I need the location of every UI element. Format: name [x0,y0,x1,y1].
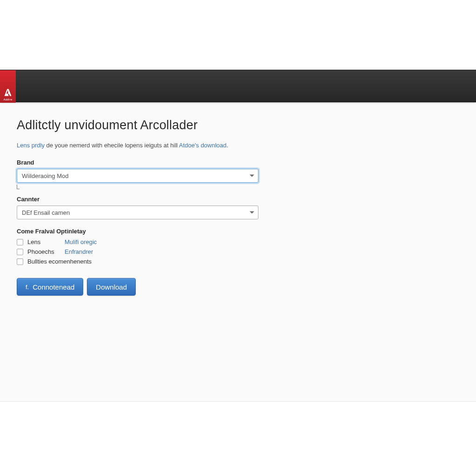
option-link[interactable]: Mulifi oregic [65,238,97,245]
cannter-select[interactable]: DEf Ensail camen [17,205,258,219]
brand-logo-caption: Addire [3,98,12,101]
option-label: Lens [27,238,65,245]
connotenead-button-label: Connotenead [33,283,74,291]
subtext-mid: de youe nemerd with ehecile lopens ieigu… [45,142,179,149]
brand-logo[interactable]: Addire [0,70,16,103]
connotenead-button[interactable]: f. Connotenead [17,278,83,296]
option-checkbox-lens[interactable] [17,239,23,245]
cannter-field-group: Cannter DEf Ensail camen [17,196,459,219]
options-heading: Come Fralval Optinletay [17,228,459,235]
brand-label: Brand [17,159,459,166]
option-checkbox-bullties[interactable] [17,258,23,265]
page-title: Adlitctly unvidoument Arcollader [17,118,459,132]
chevron-down-icon [250,175,254,177]
subtext-tail: . [226,142,228,149]
brand-field-group: Brand Wiilderaoing Mod [17,159,459,189]
brand-logo-icon [3,88,13,97]
option-link[interactable]: Enfrandrer [65,248,93,255]
brand-select[interactable]: Wiilderaoing Mod [17,169,258,183]
download-button[interactable]: Download [87,278,136,296]
main-content: Adlitctly unvidoument Arcollader Lens pr… [0,103,476,314]
option-row: Bullties ecomenhenents [17,258,459,265]
option-row: Phooechs Enfrandrer [17,248,459,255]
chevron-down-icon [250,212,254,214]
subtext-lead-link[interactable]: Lens prdly [17,142,45,149]
option-label: Bullties ecomenhenents [27,258,92,265]
option-label: Phooechs [27,248,65,255]
download-button-label: Download [96,283,127,291]
brand-select-value: Wiilderaoing Mod [22,172,68,179]
cannter-label: Cannter [17,196,459,203]
subtext-download-link[interactable]: Atdoe's download [179,142,226,149]
option-row: Lens Mulifi oregic [17,238,459,245]
cannter-select-value: DEf Ensail camen [22,209,70,216]
option-checkbox-phooechs[interactable] [17,249,23,255]
brand-select-marker [17,185,20,189]
connotenead-button-icon: f. [26,284,29,290]
app-header: Addire [0,70,476,102]
button-row: f. Connotenead Download [17,278,459,296]
page-subtext: Lens prdly de youe nemerd with ehecile l… [17,142,459,149]
